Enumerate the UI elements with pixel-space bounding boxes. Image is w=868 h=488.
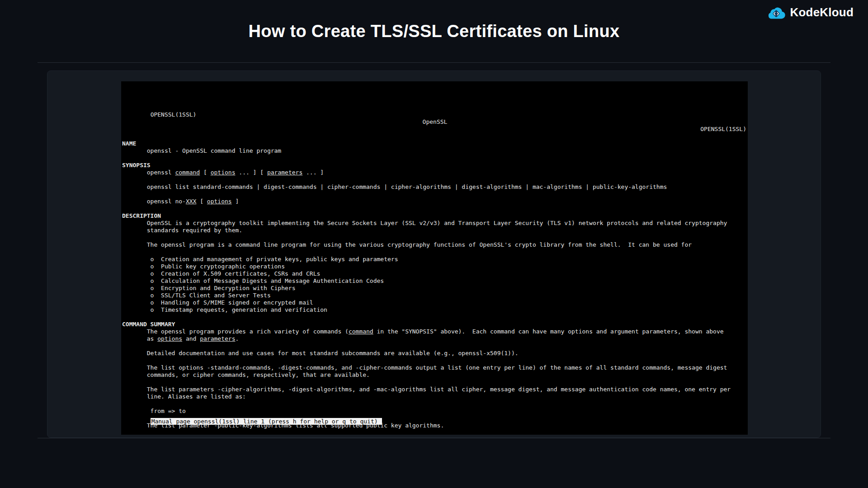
kodekloud-logo: KodeKloud (767, 5, 854, 19)
top-divider (38, 62, 830, 63)
kodekloud-cloud-icon (767, 6, 786, 19)
man-header-center: OpenSSL (423, 118, 448, 126)
status-bar: Manual page openssl(1ssl) line 1 (press … (122, 411, 382, 432)
status-bar-text: Manual page openssl(1ssl) line 1 (press … (151, 418, 382, 425)
man-page-header: OPENSSL(1SSL) OpenSSL OPENSSL(1SSL) (122, 104, 748, 111)
bottom-divider (38, 438, 830, 438)
kodekloud-logo-text: KodeKloud (790, 5, 854, 19)
page: KodeKloud How to Create TLS/SSL Certific… (0, 0, 868, 488)
man-header-left: OPENSSL(1SSL) (151, 111, 197, 118)
content-panel: OPENSSL(1SSL) OpenSSL OPENSSL(1SSL) NAME… (47, 70, 821, 438)
page-title: How to Create TLS/SSL Certificates on Li… (0, 22, 868, 41)
man-header-right: OPENSSL(1SSL) (700, 126, 746, 133)
terminal-window[interactable]: OPENSSL(1SSL) OpenSSL OPENSSL(1SSL) NAME… (121, 81, 748, 435)
man-page-body: NAME openssl - OpenSSL command line prog… (122, 133, 748, 435)
